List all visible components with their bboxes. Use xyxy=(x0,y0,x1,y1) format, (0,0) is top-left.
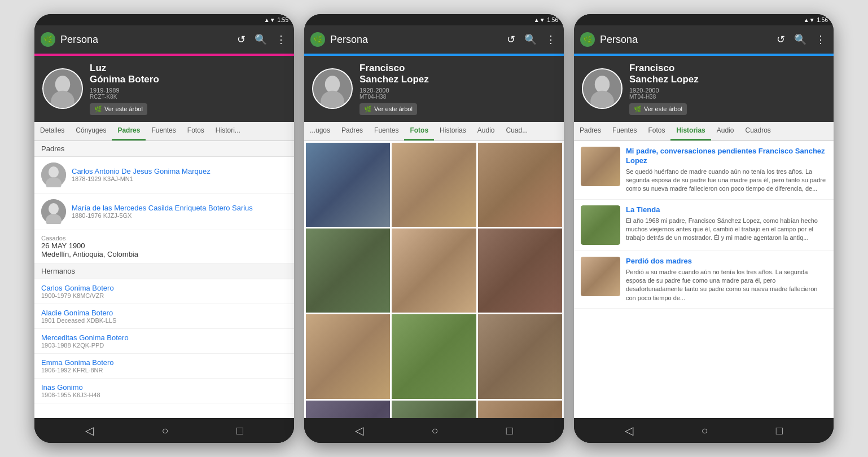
story-thumb-1 xyxy=(581,205,620,245)
back-nav-1[interactable]: ◁ xyxy=(85,424,94,437)
story-0[interactable]: Mi padre, conversaciones pendientes Fran… xyxy=(574,141,834,200)
photo-6[interactable] xyxy=(306,314,390,398)
more-button-1[interactable]: ⋮ xyxy=(274,31,288,48)
tree-button-3[interactable]: 🌿 Ver este árbol xyxy=(629,103,687,115)
tab3-audio[interactable]: Audio xyxy=(711,122,740,140)
tab2-cuad[interactable]: Cuad... xyxy=(500,122,533,140)
time-1: 1:55 xyxy=(278,17,288,23)
tab3-fuentes[interactable]: Fuentes xyxy=(607,122,642,140)
tab-fuentes[interactable]: Fuentes xyxy=(146,122,181,140)
tab2-fuentes[interactable]: Fuentes xyxy=(369,122,404,140)
search-button-2[interactable]: 🔍 xyxy=(522,31,539,48)
photo-11[interactable] xyxy=(478,401,562,418)
recent-nav-1[interactable]: □ xyxy=(236,424,243,437)
app-bar-2: 🌿 Persona ↺ 🔍 ⋮ xyxy=(304,25,564,54)
recent-nav-2[interactable]: □ xyxy=(506,424,513,437)
photo-0[interactable] xyxy=(306,143,390,227)
content-2: + xyxy=(304,141,564,418)
photo-10[interactable] xyxy=(392,401,476,418)
svg-text:🌿: 🌿 xyxy=(313,35,323,45)
profile-name-2: FranciscoSanchez Lopez xyxy=(360,63,429,86)
tab2-ugos[interactable]: ...ugos xyxy=(304,122,336,140)
search-button-3[interactable]: 🔍 xyxy=(792,31,809,48)
tree-button-2[interactable]: 🌿 Ver este árbol xyxy=(360,103,417,115)
app-logo-3: 🌿 xyxy=(580,32,595,47)
more-button-2[interactable]: ⋮ xyxy=(543,31,558,48)
signal-icon-1: ▲▼ xyxy=(264,17,275,23)
parent-info-1: Carlos Antonio De Jesus Gonima Marquez 1… xyxy=(72,167,211,182)
back-nav-2[interactable]: ◁ xyxy=(355,424,363,437)
profile-id-1: RCZT-K8K xyxy=(90,94,159,100)
tree-button-1[interactable]: 🌿 Ver este árbol xyxy=(90,103,147,115)
photo-7[interactable] xyxy=(392,314,476,398)
history-button-3[interactable]: ↺ xyxy=(774,31,787,48)
tab3-cuadros[interactable]: Cuadros xyxy=(739,122,776,140)
parent-item-1[interactable]: Carlos Antonio De Jesus Gonima Marquez 1… xyxy=(34,157,294,194)
tab2-fotos[interactable]: Fotos xyxy=(404,122,434,140)
more-button-3[interactable]: ⋮ xyxy=(813,31,828,48)
photo-3[interactable] xyxy=(306,228,390,313)
history-button-1[interactable]: ↺ xyxy=(235,31,248,48)
history-button-2[interactable]: ↺ xyxy=(505,31,518,48)
phone-3: ▲▼ 1:56 🌿 Persona ↺ 🔍 ⋮ FranciscoSanchez… xyxy=(574,14,834,443)
photo-9[interactable] xyxy=(306,401,390,418)
content-3: Mi padre, conversaciones pendientes Fran… xyxy=(574,141,834,418)
story-text-1: La Tienda El año 1968 mi padre, Francisc… xyxy=(626,205,827,245)
svg-text:🌿: 🌿 xyxy=(583,35,593,45)
tree-icon-3: 🌿 xyxy=(634,106,642,113)
tab-fotos[interactable]: Fotos xyxy=(182,122,210,140)
home-nav-1[interactable]: ○ xyxy=(161,424,168,437)
tab3-fotos[interactable]: Fotos xyxy=(642,122,670,140)
avatar-3 xyxy=(582,68,622,109)
parent-item-2[interactable]: María de las Mercedes Casilda Enriqueta … xyxy=(34,194,294,230)
tabs-bar-1: Detalles Cónyuges Padres Fuentes Fotos H… xyxy=(34,122,294,141)
home-nav-2[interactable]: ○ xyxy=(431,424,438,437)
parent-info-2: María de las Mercedes Casilda Enriqueta … xyxy=(72,204,253,219)
profile-info-2: FranciscoSanchez Lopez 1920-2000 MT04-H3… xyxy=(360,63,429,115)
sibling-0[interactable]: Carlos Gonima Botero 1900-1979 K8MC/VZR xyxy=(34,279,294,304)
story-1[interactable]: La Tienda El año 1968 mi padre, Francisc… xyxy=(574,200,834,251)
tab-detalles[interactable]: Detalles xyxy=(34,122,70,140)
story-thumb-2 xyxy=(581,257,620,296)
photo-5[interactable] xyxy=(478,228,562,313)
tab2-historias[interactable]: Historias xyxy=(434,122,472,140)
tab2-padres[interactable]: Padres xyxy=(336,122,369,140)
tab-historias[interactable]: Histori... xyxy=(210,122,246,140)
svg-text:🌿: 🌿 xyxy=(43,35,54,45)
photo-8[interactable] xyxy=(478,314,562,398)
photo-grid xyxy=(304,141,564,418)
parent-avatar-1 xyxy=(41,162,66,187)
phone-1: ▲▼ 1:55 🌿 Persona ↺ 🔍 ⋮ LuzGónima Botero… xyxy=(34,14,294,443)
search-button-1[interactable]: 🔍 xyxy=(252,31,269,48)
phone-2: ▲▼ 1:56 🌿 Persona ↺ 🔍 ⋮ FranciscoSanchez… xyxy=(304,14,564,443)
signal-icon-2: ▲▼ xyxy=(534,17,545,23)
photo-2[interactable] xyxy=(478,143,562,227)
story-thumb-0 xyxy=(581,147,620,186)
tab-conyuges[interactable]: Cónyuges xyxy=(70,122,112,140)
home-nav-3[interactable]: ○ xyxy=(701,424,708,437)
profile-header-2: FranciscoSanchez Lopez 1920-2000 MT04-H3… xyxy=(304,56,564,122)
app-title-3: Persona xyxy=(600,34,770,46)
tab3-padres[interactable]: Padres xyxy=(574,122,607,140)
tab3-historias[interactable]: Historias xyxy=(670,122,711,140)
photo-1[interactable] xyxy=(392,143,476,227)
profile-header-3: FranciscoSanchez Lopez 1920-2000 MT04-H3… xyxy=(574,56,834,122)
sibling-2[interactable]: Merceditas Gonima Botero 1903-1988 K2QK-… xyxy=(34,329,294,354)
sibling-3[interactable]: Emma Gonima Botero 1906-1992 KFRL-8NR xyxy=(34,354,294,379)
back-nav-3[interactable]: ◁ xyxy=(625,424,633,437)
sibling-4[interactable]: Inas Gonimo 1908-1955 K6J3-H48 xyxy=(34,379,294,403)
profile-dates-1: 1919-1989 xyxy=(90,87,159,94)
app-bar-3: 🌿 Persona ↺ 🔍 ⋮ xyxy=(574,25,834,54)
tab2-audio[interactable]: Audio xyxy=(472,122,501,140)
recent-nav-3[interactable]: □ xyxy=(776,424,783,437)
tab-padres[interactable]: Padres xyxy=(112,122,146,140)
section-hermanos: Hermanos xyxy=(34,263,294,279)
story-2[interactable]: Perdió dos madres Perdió a su madre cuan… xyxy=(574,251,834,309)
content-1: Padres Carlos Antonio De Jesus Gonima Ma… xyxy=(34,141,294,418)
profile-info-3: FranciscoSanchez Lopez 1920-2000 MT04-H3… xyxy=(629,63,699,115)
sibling-1[interactable]: Aladie Gonima Botero 1901 Deceased XDBK-… xyxy=(34,304,294,329)
nav-bar-3: ◁ ○ □ xyxy=(574,418,834,443)
app-title-1: Persona xyxy=(60,34,230,46)
avatar-1 xyxy=(42,68,83,109)
photo-4[interactable] xyxy=(392,228,476,313)
